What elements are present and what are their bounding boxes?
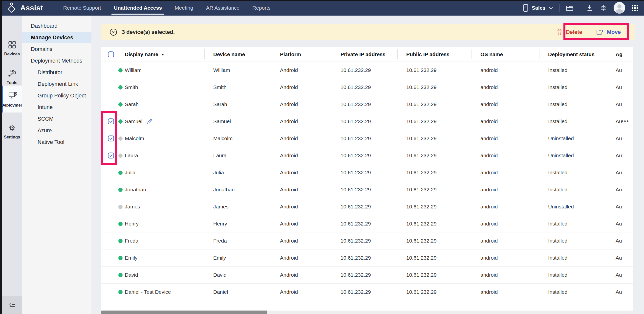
- brand: Assist: [6, 2, 43, 14]
- collapse-sidebar-icon: [8, 300, 16, 309]
- status-dot: [118, 102, 122, 107]
- cell-deployment-status: Uninstalled: [539, 198, 607, 215]
- cell-agent: Au: [607, 62, 633, 79]
- sidebar-item-distributor[interactable]: Distributor: [22, 67, 92, 78]
- nav-tab-label: Meeting: [175, 5, 193, 11]
- window-top-edge: [0, 0, 644, 1]
- delete-label: Delete: [566, 29, 582, 35]
- column-header-device-name[interactable]: Device name: [204, 47, 271, 62]
- table-row-malcolm: MalcolmMalcolmAndroid10.61.232.2910.61.2…: [101, 130, 633, 147]
- select-all-checkbox[interactable]: [108, 52, 114, 57]
- nav-tab-ar-assistance[interactable]: AR Assistance: [205, 0, 240, 16]
- display-name-text: Daniel - Test Device: [125, 289, 171, 295]
- workspace-switcher[interactable]: Sales: [522, 4, 553, 12]
- column-header-private-ip-address[interactable]: Private IP address: [332, 47, 397, 62]
- cell-device-name: James: [204, 198, 271, 215]
- move-button[interactable]: Move: [596, 29, 621, 36]
- cell-platform: Android: [271, 164, 332, 181]
- display-name-label: James: [125, 204, 140, 210]
- cell-platform: Android: [271, 96, 332, 113]
- cell-os-name: android: [472, 283, 539, 300]
- nav-tab-meeting[interactable]: Meeting: [174, 0, 194, 16]
- status-dot: [118, 290, 122, 294]
- cell-os-name: android: [472, 113, 539, 130]
- edit-name-icon[interactable]: [146, 118, 153, 125]
- cell-device-name: Henry: [204, 215, 271, 232]
- table-row-samuel: SamuelSamuelAndroid10.61.232.2910.61.232…: [101, 113, 633, 130]
- cell-display-name: Henry: [101, 215, 204, 232]
- sidebar-item-manage-devices[interactable]: Manage Devices: [22, 32, 92, 43]
- horizontal-scrollbar-track[interactable]: [101, 310, 633, 314]
- status-dot: [118, 205, 122, 209]
- rail-item-label: Deployment: [1, 103, 24, 108]
- column-header-public-ip-address[interactable]: Public IP address: [397, 47, 472, 62]
- sidebar-item-intune[interactable]: Intune: [22, 101, 92, 113]
- folder-icon[interactable]: [566, 4, 574, 12]
- cell-display-name: Samuel: [101, 113, 204, 130]
- gear-icon[interactable]: [599, 4, 608, 12]
- row-more-actions-icon[interactable]: [622, 120, 629, 122]
- cell-private-ip: 10.61.232.29: [332, 232, 397, 249]
- row-checkbox[interactable]: [108, 136, 114, 141]
- cell-display-name: David: [101, 266, 204, 283]
- nav-tab-reports[interactable]: Reports: [251, 0, 272, 16]
- nav-tab-unattended-access[interactable]: Unattended Access: [113, 0, 163, 16]
- cell-private-ip: 10.61.232.29: [332, 181, 397, 198]
- cell-device-name: Malcolm: [204, 130, 271, 147]
- cell-os-name: android: [472, 249, 539, 266]
- cell-deployment-status: Installed: [539, 113, 607, 130]
- sidebar-item-sccm[interactable]: SCCM: [22, 113, 92, 125]
- rail-item-deployment[interactable]: Deployment: [2, 86, 22, 113]
- rail-item-devices[interactable]: Devices: [2, 38, 22, 62]
- column-header-ag[interactable]: Ag: [607, 47, 633, 62]
- nav-right-cluster: Sales: [522, 2, 638, 14]
- folder-move-icon: [596, 29, 604, 36]
- display-name-label: Sarah: [125, 101, 139, 107]
- nav-tab-remote-support[interactable]: Remote Support: [62, 0, 102, 16]
- nav-tab-label: Reports: [252, 5, 270, 11]
- display-name-text: Malcolm: [125, 136, 144, 141]
- check-icon: [109, 154, 113, 157]
- cell-agent: Au: [607, 283, 633, 300]
- avatar[interactable]: [614, 2, 625, 14]
- cell-public-ip: 10.61.232.29: [397, 249, 472, 266]
- cell-public-ip: 10.61.232.29: [397, 232, 472, 249]
- apps-grid-icon[interactable]: [631, 4, 638, 12]
- sidebar-item-deployment-link[interactable]: Deployment Link: [22, 78, 92, 90]
- nav-divider: [559, 4, 560, 12]
- cell-platform: Android: [271, 130, 332, 147]
- close-circle-icon[interactable]: [110, 28, 118, 36]
- cell-agent: Au: [607, 130, 633, 147]
- cell-private-ip: 10.61.232.29: [332, 113, 397, 130]
- display-name-label: William: [125, 67, 142, 73]
- window-left-edge: [0, 0, 2, 314]
- sidebar-item-azure[interactable]: Azure: [22, 125, 92, 136]
- table-row-daniel-test-device: Daniel - Test DeviceDanielAndroid10.61.2…: [101, 283, 633, 300]
- column-header-os-name[interactable]: OS name: [472, 47, 539, 62]
- download-icon[interactable]: [586, 4, 593, 12]
- row-checkbox[interactable]: [108, 118, 114, 124]
- display-name-text: Henry: [125, 221, 139, 227]
- column-header-deployment-status[interactable]: Deployment status: [539, 47, 607, 62]
- cell-display-name: Julia: [101, 164, 204, 181]
- column-header-platform[interactable]: Platform: [271, 47, 332, 62]
- sidebar-item-domains[interactable]: Domains: [22, 43, 92, 55]
- sidebar-item-deployment-methods[interactable]: Deployment Methods: [22, 55, 92, 67]
- selection-message: 3 device(s) selected.: [122, 29, 175, 35]
- sidebar-item-dashboard[interactable]: Dashboard: [22, 20, 92, 32]
- table-row-smith: SmithSmithAndroid10.61.232.2910.61.232.2…: [101, 79, 633, 96]
- cell-os-name: android: [472, 181, 539, 198]
- sidebar-item-native-tool[interactable]: Native Tool: [22, 136, 92, 148]
- delete-button[interactable]: Delete: [556, 29, 582, 36]
- sidebar-item-group-policy-object[interactable]: Group Policy Object: [22, 90, 92, 101]
- table-row-julia: JuliaJuliaAndroid10.61.232.2910.61.232.2…: [101, 164, 633, 181]
- cell-deployment-status: Installed: [539, 266, 607, 283]
- cell-public-ip: 10.61.232.29: [397, 181, 472, 198]
- rail-item-settings[interactable]: Settings: [2, 121, 22, 145]
- column-header-display-name[interactable]: Display name▾: [101, 47, 204, 62]
- horizontal-scrollbar-thumb[interactable]: [101, 310, 268, 314]
- cell-private-ip: 10.61.232.29: [332, 147, 397, 164]
- collapse-sidebar-button[interactable]: [2, 296, 22, 314]
- cell-platform: Android: [271, 249, 332, 266]
- row-checkbox[interactable]: [108, 153, 114, 158]
